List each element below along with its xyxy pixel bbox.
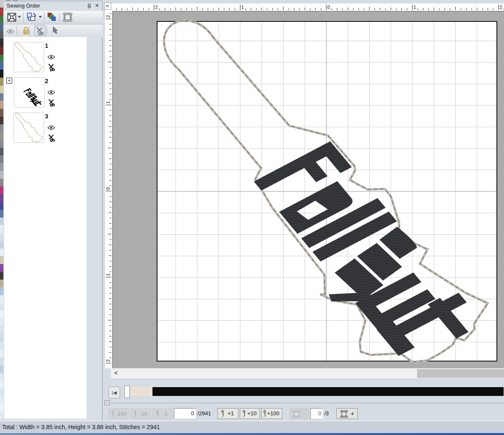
svg-text:1: 1 (242, 5, 244, 10)
svg-text:2: 2 (155, 5, 158, 10)
svg-text:0: 0 (328, 5, 330, 10)
svg-text:2: 2 (105, 15, 110, 18)
svg-text:0: 0 (105, 187, 110, 190)
svg-text:2: 2 (105, 359, 110, 362)
svg-text:1: 1 (414, 5, 416, 10)
svg-text:1: 1 (105, 101, 110, 104)
svg-text:1: 1 (105, 273, 110, 276)
svg-text:r.: r. (24, 31, 28, 34)
svg-text:2: 2 (500, 5, 502, 10)
